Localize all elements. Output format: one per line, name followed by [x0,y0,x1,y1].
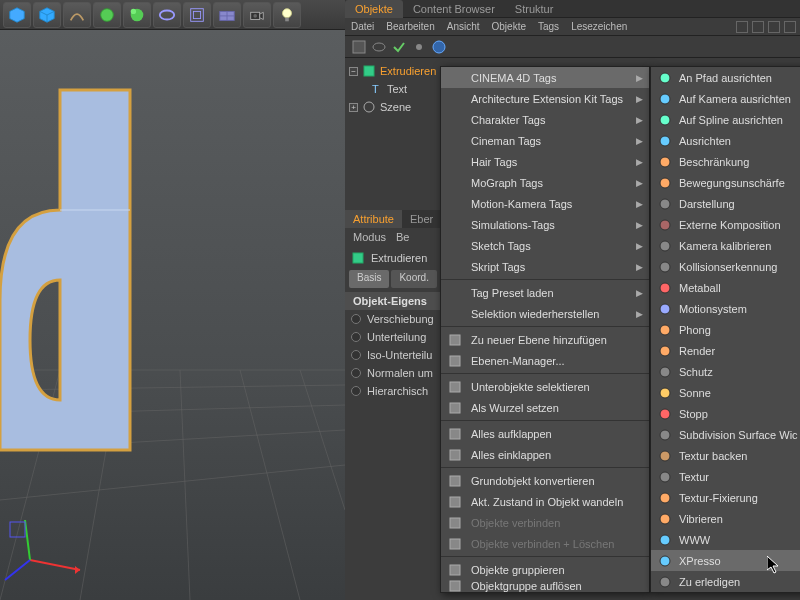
submenu-item[interactable]: Textur [651,466,800,487]
menu-item[interactable]: Als Wurzel setzen [441,397,649,418]
viewport[interactable] [0,30,345,600]
submenu-item[interactable]: Zu erledigen [651,571,800,592]
submenu-label: Stopp [679,408,708,420]
menu-item[interactable]: Hair Tags▶ [441,151,649,172]
submenu-item[interactable]: Beschränkung [651,151,800,172]
menu-icon[interactable] [784,21,796,33]
menu-item[interactable]: Cineman Tags▶ [441,130,649,151]
attr-menu-edit[interactable]: Be [396,231,409,243]
menu-item[interactable]: Objekte gruppieren [441,559,649,580]
subtab-basis[interactable]: Basis [349,270,389,288]
tag-icon [657,196,673,212]
panel-tabs: Objekte Content Browser Struktur [345,0,800,18]
chevron-right-icon: ▶ [636,199,643,209]
submenu-item[interactable]: Subdivision Surface Wic [651,424,800,445]
menu-item[interactable]: Charakter Tags▶ [441,109,649,130]
menu-item[interactable]: Simulations-Tags▶ [441,214,649,235]
submenu-item[interactable]: Ausrichten [651,130,800,151]
text-icon: T [369,82,383,96]
generator2-icon[interactable] [123,2,151,28]
submenu-item[interactable]: Sonne [651,382,800,403]
submenu-item[interactable]: Bewegungsunschärfe [651,172,800,193]
submenu-item[interactable]: Textur backen [651,445,800,466]
menu-view[interactable]: Ansicht [447,21,480,32]
menu-item[interactable]: Alles aufklappen [441,423,649,444]
fold-icon[interactable] [768,21,780,33]
menu-item[interactable]: Grundobjekt konvertieren [441,470,649,491]
menu-item[interactable]: Sketch Tags▶ [441,235,649,256]
menu-item[interactable]: Akt. Zustand in Objekt wandeln [441,491,649,512]
menu-file[interactable]: Datei [351,21,374,32]
attr-menu-mode[interactable]: Modus [353,231,386,243]
search-icon[interactable] [736,21,748,33]
expand-icon[interactable]: − [349,67,358,76]
submenu-item[interactable]: Kollisionserkennung [651,256,800,277]
menu-item[interactable]: Motion-Kamera Tags▶ [441,193,649,214]
submenu-label: Phong [679,324,711,336]
submenu-item[interactable]: Externe Komposition [651,214,800,235]
svg-point-8 [160,10,174,19]
subtab-koord[interactable]: Koord. [391,270,436,288]
globe-icon[interactable] [431,39,447,55]
check-icon[interactable] [391,39,407,55]
menu-edit[interactable]: Bearbeiten [386,21,434,32]
submenu-item[interactable]: Auf Spline ausrichten [651,109,800,130]
menu-item[interactable]: Alles einklappen [441,444,649,465]
menu-item[interactable]: Architecture Extension Kit Tags▶ [441,88,649,109]
light-icon[interactable] [273,2,301,28]
submenu-item[interactable]: Phong [651,319,800,340]
menu-item[interactable]: Tag Preset laden▶ [441,282,649,303]
svg-rect-48 [450,476,460,486]
dot-icon[interactable] [411,39,427,55]
submenu-item[interactable]: Auf Kamera ausrichten [651,88,800,109]
menu-item[interactable]: Objektgruppe auflösen [441,580,649,592]
menu-bookmarks[interactable]: Lesezeichen [571,21,627,32]
submenu-label: Motionsystem [679,303,747,315]
expand-icon[interactable]: + [349,103,358,112]
submenu-item[interactable]: Stopp [651,403,800,424]
svg-point-65 [660,304,670,314]
menu-item[interactable]: Unterobjekte selektieren [441,376,649,397]
submenu-item[interactable]: WWW [651,529,800,550]
svg-point-75 [660,514,670,524]
submenu-item[interactable]: Kamera kalibrieren [651,235,800,256]
eye-icon[interactable] [371,39,387,55]
generator-icon[interactable] [93,2,121,28]
submenu-item[interactable]: Darstellung [651,193,800,214]
menu-item[interactable]: Zu neuer Ebene hinzufügen [441,329,649,350]
submenu-item[interactable]: An Pfad ausrichten [651,67,800,88]
tab-content-browser[interactable]: Content Browser [403,0,505,18]
menu-objects[interactable]: Objekte [492,21,526,32]
tab-layers[interactable]: Eber [402,210,441,228]
menu-item[interactable]: Ebenen-Manager... [441,350,649,371]
environment-icon[interactable] [183,2,211,28]
submenu-item[interactable]: Metaball [651,277,800,298]
spline-icon[interactable] [63,2,91,28]
camera-icon[interactable] [243,2,271,28]
deformer-icon[interactable] [153,2,181,28]
menu-item[interactable]: Skript Tags▶ [441,256,649,277]
filter-icon[interactable] [351,39,367,55]
blank-icon [447,91,463,107]
submenu-item[interactable]: Textur-Fixierung [651,487,800,508]
menu-tags[interactable]: Tags [538,21,559,32]
svg-point-68 [660,367,670,377]
svg-point-37 [433,41,445,53]
submenu-item[interactable]: Schutz [651,361,800,382]
submenu-item[interactable]: Motionsystem [651,298,800,319]
cube2-icon[interactable] [33,2,61,28]
tab-structure[interactable]: Struktur [505,0,564,18]
floor-icon[interactable] [213,2,241,28]
menu-item[interactable]: MoGraph Tags▶ [441,172,649,193]
cube-icon[interactable] [3,2,31,28]
tab-attribute[interactable]: Attribute [345,210,402,228]
submenu-item[interactable]: Render [651,340,800,361]
menu-item[interactable]: Selektion wiederherstellen▶ [441,303,649,324]
submenu-item[interactable]: XPresso [651,550,800,571]
tab-objects[interactable]: Objekte [345,0,403,18]
menu-item[interactable]: CINEMA 4D Tags▶ [441,67,649,88]
blank-icon [447,259,463,275]
svg-point-73 [660,472,670,482]
submenu-item[interactable]: Vibrieren [651,508,800,529]
home-icon[interactable] [752,21,764,33]
